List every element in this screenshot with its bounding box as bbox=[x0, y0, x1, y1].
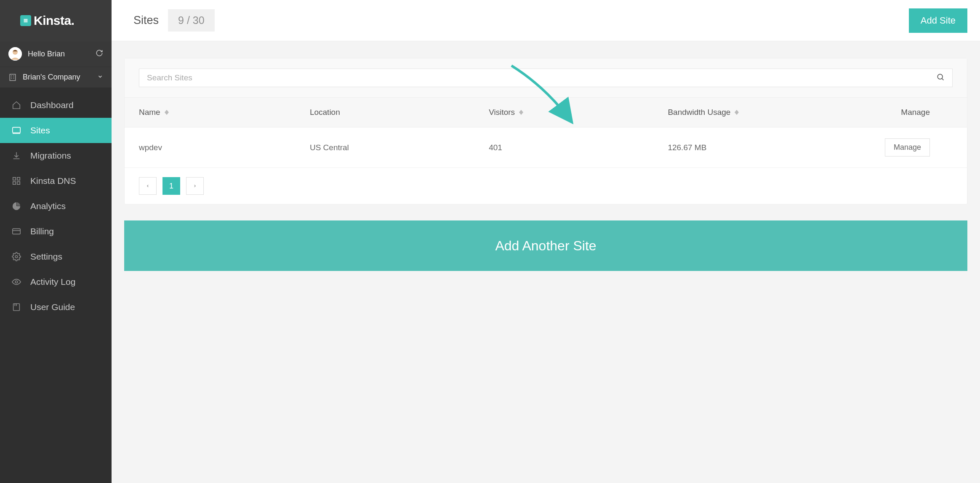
company-selector[interactable]: Brian's Company bbox=[0, 66, 112, 88]
card-icon bbox=[12, 227, 21, 236]
svg-rect-16 bbox=[13, 178, 16, 180]
kinsta-logo-icon bbox=[20, 15, 31, 26]
nav-settings[interactable]: Settings bbox=[0, 244, 112, 269]
content: Name Location Visitors bbox=[112, 41, 980, 483]
main: Sites 9 / 30 Add Site Name bbox=[112, 0, 980, 483]
sites-table-panel: Name Location Visitors bbox=[124, 58, 967, 204]
piechart-icon bbox=[12, 202, 21, 211]
nav-label: Dashboard bbox=[30, 100, 74, 110]
column-bandwidth[interactable]: Bandwidth Usage bbox=[668, 108, 855, 117]
column-location: Location bbox=[310, 108, 489, 117]
refresh-icon[interactable] bbox=[96, 49, 103, 59]
chevron-down-icon bbox=[97, 73, 103, 82]
nav-label: User Guide bbox=[30, 302, 75, 312]
nav-user-guide[interactable]: User Guide bbox=[0, 295, 112, 320]
nav: Dashboard Sites Migrations Kinsta DNS bbox=[0, 88, 112, 320]
home-icon bbox=[12, 101, 21, 110]
nav-migrations[interactable]: Migrations bbox=[0, 143, 112, 168]
page-prev-button[interactable] bbox=[139, 177, 157, 195]
svg-rect-6 bbox=[10, 74, 15, 80]
pagination: 1 bbox=[125, 168, 967, 204]
monitor-icon bbox=[12, 126, 21, 135]
nav-billing[interactable]: Billing bbox=[0, 219, 112, 244]
download-icon bbox=[12, 151, 21, 160]
page-title: Sites bbox=[133, 14, 159, 27]
eye-icon bbox=[12, 277, 21, 287]
svg-line-28 bbox=[942, 79, 944, 80]
nav-label: Migrations bbox=[30, 151, 71, 161]
svg-rect-13 bbox=[13, 127, 20, 133]
search-row bbox=[125, 58, 967, 98]
site-count-badge: 9 / 30 bbox=[168, 9, 215, 32]
nav-activity-log[interactable]: Activity Log bbox=[0, 269, 112, 295]
column-manage: Manage bbox=[855, 108, 953, 117]
search-icon bbox=[936, 73, 945, 83]
nav-dashboard[interactable]: Dashboard bbox=[0, 93, 112, 118]
topbar: Sites 9 / 30 Add Site bbox=[112, 0, 980, 41]
cell-manage: Manage bbox=[855, 138, 953, 157]
logo: Kinsta. bbox=[0, 0, 112, 41]
svg-marker-30 bbox=[165, 112, 169, 115]
nav-label: Activity Log bbox=[30, 277, 75, 287]
svg-marker-32 bbox=[519, 112, 523, 115]
brand-name: Kinsta. bbox=[34, 13, 75, 28]
svg-rect-18 bbox=[13, 182, 16, 184]
cell-bandwidth: 126.67 MB bbox=[668, 143, 855, 152]
nav-label: Analytics bbox=[30, 201, 66, 211]
add-another-site-button[interactable]: Add Another Site bbox=[124, 220, 967, 271]
svg-rect-20 bbox=[13, 229, 20, 234]
nav-label: Settings bbox=[30, 252, 62, 262]
add-site-button[interactable]: Add Site bbox=[909, 8, 967, 33]
table-row: wpdev US Central 401 126.67 MB Manage bbox=[125, 127, 967, 168]
search-input[interactable] bbox=[147, 73, 936, 82]
svg-point-23 bbox=[15, 281, 18, 283]
page-next-button[interactable] bbox=[186, 177, 204, 195]
column-name[interactable]: Name bbox=[139, 108, 310, 117]
page-number-button[interactable]: 1 bbox=[162, 177, 180, 195]
cell-visitors: 401 bbox=[489, 143, 668, 152]
cell-location: US Central bbox=[310, 143, 489, 152]
sidebar: Kinsta. Hello Brian bbox=[0, 0, 112, 483]
gear-icon bbox=[12, 252, 21, 261]
sort-icon bbox=[735, 110, 739, 115]
nav-label: Billing bbox=[30, 226, 54, 236]
sort-icon bbox=[165, 110, 169, 115]
avatar bbox=[8, 47, 22, 61]
company-name: Brian's Company bbox=[23, 73, 80, 82]
sort-icon bbox=[519, 110, 523, 115]
cell-name: wpdev bbox=[139, 143, 310, 152]
nav-dns[interactable]: Kinsta DNS bbox=[0, 168, 112, 194]
svg-marker-34 bbox=[735, 112, 739, 115]
svg-point-22 bbox=[15, 255, 18, 258]
column-visitors[interactable]: Visitors bbox=[489, 108, 668, 117]
manage-button[interactable]: Manage bbox=[885, 138, 930, 157]
svg-rect-19 bbox=[17, 182, 20, 184]
svg-point-27 bbox=[937, 74, 943, 79]
search-box[interactable] bbox=[139, 69, 953, 87]
table-header: Name Location Visitors bbox=[125, 98, 967, 127]
nav-sites[interactable]: Sites bbox=[0, 118, 112, 143]
grid-icon bbox=[12, 176, 21, 186]
nav-label: Sites bbox=[30, 125, 50, 135]
user-panel: Hello Brian Brian's bbox=[0, 41, 112, 88]
building-icon bbox=[8, 73, 17, 82]
user-greeting-row: Hello Brian bbox=[0, 41, 112, 66]
book-icon bbox=[12, 303, 21, 312]
nav-analytics[interactable]: Analytics bbox=[0, 194, 112, 219]
nav-label: Kinsta DNS bbox=[30, 176, 76, 186]
user-greeting: Hello Brian bbox=[28, 50, 65, 58]
svg-rect-17 bbox=[17, 178, 20, 180]
